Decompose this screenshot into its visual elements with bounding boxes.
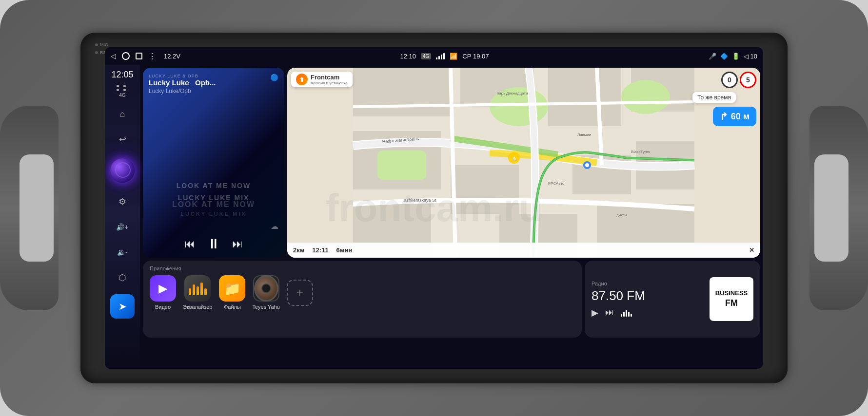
bluetooth-music-icon: 🔵	[270, 74, 278, 81]
unit-body: MIC RST ◁ ⋮ 12.2V 12:10 4G	[80, 33, 788, 383]
wifi-icon: 📶	[450, 53, 457, 60]
status-left: ◁ ⋮ 12.2V	[111, 52, 180, 61]
app-item-files[interactable]: 📁 Файлы	[219, 275, 245, 310]
sidebar-home-icon[interactable]: ⌂	[112, 103, 133, 125]
mic-indicator: MIC	[95, 42, 109, 47]
speed-indicators: 0 5	[721, 72, 756, 88]
music-overlay: LUCKY LUKE & OPB Lucky Luke_ Opb... Luck…	[143, 68, 284, 258]
play-pause-button[interactable]: ⏸	[207, 236, 220, 252]
time-display: 12:10	[400, 53, 416, 60]
4g-signal: 4G	[117, 85, 128, 98]
prev-button[interactable]: ⏮	[184, 238, 195, 250]
apps-section: Приложения ▶ Видео	[143, 261, 582, 338]
svg-text:парк Двенадцати: парк Двенадцати	[497, 91, 528, 95]
sidebar-volume-up-icon[interactable]: 🔊+	[112, 216, 133, 238]
app-icon-equalizer	[184, 275, 211, 302]
app-label-files: Файлы	[224, 304, 241, 310]
svg-text:⚠: ⚠	[512, 156, 516, 161]
map-duration: 6мин	[336, 246, 353, 254]
business-fm-logo-text: BUSINESS FM	[715, 289, 748, 309]
music-artist: Lucky Luke/Opb	[149, 88, 216, 95]
radio-controls: ▶ ⏭	[592, 307, 705, 318]
sidebar-settings-icon[interactable]: ⚙	[112, 191, 133, 212]
same-time-overlay: То же время	[692, 92, 736, 103]
app-icon-teyes-yahu	[253, 275, 279, 302]
svg-rect-7	[451, 165, 519, 214]
frontcam-logo-icon	[296, 74, 308, 85]
svg-text:дикси: дикси	[616, 213, 627, 217]
svg-text:КФСАвто: КФСАвто	[548, 181, 565, 186]
svg-rect-14	[377, 151, 426, 180]
app-label-video: Видео	[155, 304, 171, 310]
radio-frequency: 87.50 FM	[592, 288, 705, 303]
signal-bars	[436, 53, 445, 59]
navigation-button[interactable]: ➤	[110, 294, 135, 319]
bluetooth-status-icon: 🔷	[720, 53, 728, 60]
app-label-equalizer: Эквалайзер	[183, 304, 212, 310]
svg-point-13	[621, 80, 670, 114]
left-handle	[0, 106, 59, 310]
screen: ◁ ⋮ 12.2V 12:10 4G	[105, 47, 763, 369]
svg-text:Tashkentskaya St: Tashkentskaya St	[402, 198, 436, 203]
add-app-button[interactable]: +	[287, 280, 313, 306]
sidebar-back-icon[interactable]: ↩	[112, 129, 133, 150]
radio-label: Радио	[592, 281, 705, 286]
music-controls: ⏮ ⏸ ⏭	[149, 236, 278, 252]
radio-section: Радио 87.50 FM ▶ ⏭	[585, 261, 760, 338]
date-display: СР 19.07	[462, 53, 489, 60]
turn-arrow: ↱	[720, 111, 728, 122]
center-content: LUCKY LUKE & OPB Lucky Luke_ Opb... Luck…	[140, 65, 763, 369]
music-top-bar: LUCKY LUKE & OPB Lucky Luke_ Opb... Luck…	[149, 74, 278, 95]
app-icon-video: ▶	[150, 275, 176, 302]
orb-visual	[110, 158, 135, 183]
current-speed: 0	[721, 72, 738, 88]
voice-orb[interactable]	[108, 156, 137, 185]
car-frame: MIC RST ◁ ⋮ 12.2V 12:10 4G	[0, 0, 868, 416]
map-bottom-bar: 2км 12:11 6мин ✕	[287, 243, 760, 258]
apps-label: Приложения	[150, 265, 575, 271]
volume-display: ◁ 10	[744, 53, 757, 60]
top-row: LUCKY LUKE & OPB Lucky Luke_ Opb... Luck…	[143, 68, 760, 258]
music-source-label: LUCKY LUKE & OPB	[149, 74, 216, 78]
map-close-button[interactable]: ✕	[749, 246, 754, 254]
nav-back-icon[interactable]: ◁	[111, 52, 116, 60]
status-center: 12:10 4G 📶 СР 19.07	[400, 53, 489, 60]
app-item-equalizer[interactable]: Эквалайзер	[183, 275, 212, 310]
music-player: LUCKY LUKE & OPB Lucky Luke_ Opb... Luck…	[143, 68, 284, 258]
app-label-teyes-yahu: Teyes Yahu	[252, 304, 279, 310]
map-svg: ⚠ Нефтьмагистраль Tashkentskaya St КФСАв…	[287, 68, 760, 258]
map-logo: Frontcam магазин и установка	[291, 72, 353, 87]
turn-indicator: ↱ 60 м	[713, 107, 756, 126]
speed-limit-badge: 5	[740, 72, 756, 88]
right-handle	[809, 106, 868, 310]
radio-info: Радио 87.50 FM ▶ ⏭	[592, 281, 705, 318]
voltage-display: 12.2V	[164, 53, 180, 60]
sidebar-time: 12:05	[111, 70, 133, 80]
app-item-teyes-yahu[interactable]: Teyes Yahu	[252, 275, 279, 310]
network-badge: 4G	[421, 53, 431, 59]
nav-square-icon[interactable]	[136, 53, 142, 59]
turn-distance: 60 м	[731, 112, 750, 122]
map-distance: 2км	[293, 246, 304, 254]
svg-rect-1	[353, 68, 451, 116]
radio-play-button[interactable]: ▶	[592, 307, 598, 318]
app-icon-files: 📁	[219, 275, 245, 302]
radio-station-logo: BUSINESS FM	[710, 277, 753, 321]
album-text-art: LOOK AT ME NOW LUCKY LUKE MIX	[149, 200, 278, 217]
sidebar-volume-down-icon[interactable]: 🔉-	[112, 242, 133, 263]
svg-text:Лавмии: Лавмии	[577, 132, 591, 137]
sidebar-3d-icon[interactable]: ⬡	[112, 267, 133, 288]
radio-next-button[interactable]: ⏭	[605, 307, 614, 318]
nav-home-icon[interactable]	[122, 52, 130, 60]
app-item-video[interactable]: ▶ Видео	[150, 275, 176, 310]
svg-point-18	[585, 163, 589, 167]
battery-icon: 🔋	[732, 53, 740, 60]
apps-grid: ▶ Видео	[150, 275, 575, 310]
nav-menu-icon[interactable]: ⋮	[148, 52, 156, 61]
cloud-icon: ☁	[149, 222, 278, 231]
svg-text:BlackTyres: BlackTyres	[631, 150, 650, 154]
map-container[interactable]: ⚠ Нефтьмагистраль Tashkentskaya St КФСАв…	[287, 68, 760, 258]
status-right: 🎤 🔷 🔋 ◁ 10	[709, 53, 757, 60]
nav-buttons: ◁ ⋮	[111, 52, 156, 61]
next-button[interactable]: ⏭	[232, 238, 243, 250]
